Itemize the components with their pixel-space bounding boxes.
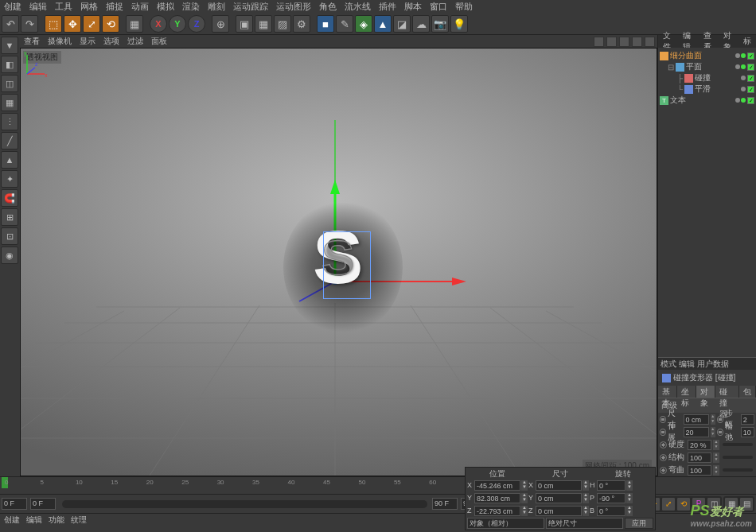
tree-item[interactable]: 文本 — [670, 95, 734, 106]
keyframe-dot[interactable] — [660, 467, 667, 474]
make-editable-button[interactable]: ▼ — [1, 37, 18, 54]
slider[interactable] — [723, 456, 753, 459]
menu-item[interactable]: 编辑 — [29, 1, 47, 13]
vp-menu-item[interactable]: 面板 — [151, 36, 167, 47]
visibility-toggle[interactable]: ✓ — [747, 75, 754, 82]
recent-tool[interactable]: ▦ — [126, 15, 143, 33]
slider[interactable] — [723, 468, 753, 472]
vp-nav-icon[interactable] — [632, 37, 642, 47]
model-mode-button[interactable]: ◧ — [1, 56, 18, 73]
menu-item[interactable]: 动画 — [131, 1, 149, 13]
track[interactable] — [62, 500, 427, 508]
tree-item[interactable]: 碰撞 — [695, 72, 739, 83]
vp-nav-icon[interactable] — [606, 37, 617, 47]
array-button[interactable]: ▲ — [374, 15, 392, 33]
polygon-mode-button[interactable]: ▲ — [1, 151, 18, 169]
menu-item[interactable]: 窗口 — [430, 1, 447, 13]
vp-nav-icon[interactable] — [619, 37, 629, 47]
cube-primitive-button[interactable]: ■ — [317, 15, 334, 33]
perspective-viewport[interactable]: 透视视图 — [20, 48, 657, 476]
texture-mode-button[interactable]: ◫ — [1, 75, 18, 92]
visibility-toggle[interactable]: ✓ — [747, 64, 754, 71]
spinner[interactable]: ▲▼ — [711, 414, 716, 425]
size-z-field[interactable]: 0 cm — [536, 506, 582, 516]
key-rot-button[interactable]: ⟲ — [676, 497, 691, 511]
menu-item[interactable]: 流水线 — [345, 1, 371, 13]
point-mode-button[interactable]: ⋮ — [1, 113, 18, 130]
render-region-button[interactable]: ▦ — [255, 15, 272, 33]
keyframe-dot[interactable] — [660, 454, 667, 461]
size-field[interactable]: 0 cm — [684, 414, 709, 425]
tree-item[interactable]: 平面 — [686, 61, 734, 72]
keyframe-dot[interactable] — [717, 429, 723, 436]
axis-y-toggle[interactable]: Y — [169, 15, 186, 33]
environment-button[interactable]: ☁ — [412, 15, 430, 33]
select-tool[interactable]: ⬚ — [45, 15, 62, 33]
pos-z-field[interactable]: -22.793 cm — [474, 506, 520, 516]
menu-item[interactable]: 渲染 — [182, 1, 200, 13]
visibility-toggle[interactable]: ✓ — [747, 52, 754, 60]
visibility-toggle[interactable]: ✓ — [747, 97, 754, 104]
object-tree[interactable]: 细分曲面✓ ⊟平面✓ ├碰撞✓ └平滑✓ T文本✓ — [658, 48, 756, 108]
vp-menu-item[interactable]: 显示 — [80, 36, 95, 47]
slider[interactable] — [723, 443, 753, 446]
bottom-tab[interactable]: 创建 — [4, 515, 20, 526]
step-field[interactable]: 2 — [741, 414, 754, 425]
menu-item[interactable]: 角色 — [319, 1, 337, 13]
bottom-tab[interactable]: 编辑 — [26, 515, 42, 526]
menu-item[interactable]: 雕刻 — [208, 1, 225, 13]
pos-y-field[interactable]: 82.308 cm — [474, 493, 520, 503]
spinner[interactable]: ▲▼ — [713, 465, 719, 476]
menu-item[interactable]: 模拟 — [157, 1, 174, 13]
keyframe-dot[interactable] — [660, 441, 667, 449]
render-pv-button[interactable]: ▨ — [274, 15, 291, 33]
attr-subtab[interactable]: 基本 — [658, 386, 677, 398]
structure-field[interactable]: 100 % — [688, 452, 711, 463]
snap-settings-button[interactable]: ⊡ — [1, 227, 18, 245]
bottom-tab[interactable]: 功能 — [49, 515, 64, 526]
bottom-tab[interactable]: 纹理 — [71, 515, 87, 526]
menu-item[interactable]: 帮助 — [455, 1, 473, 13]
size-y-field[interactable]: 0 cm — [536, 493, 582, 503]
vp-menu-item[interactable]: 查看 — [24, 36, 40, 47]
menu-item[interactable]: 捕捉 — [106, 1, 123, 13]
menu-item[interactable]: 运动跟踪 — [233, 1, 268, 13]
rot-b-field[interactable]: 0 ° — [597, 506, 625, 516]
redo-button[interactable]: ↷ — [21, 15, 38, 33]
rot-p-field[interactable]: -90 ° — [597, 493, 625, 503]
workplane-button[interactable]: ▦ — [1, 94, 18, 111]
rotate-tool[interactable]: ⟲ — [102, 15, 119, 33]
spinner[interactable]: ▲▼ — [713, 452, 719, 463]
vp-nav-icon[interactable] — [594, 37, 604, 47]
edge-mode-button[interactable]: ╱ — [1, 132, 18, 150]
attr-subtab[interactable]: 对象 — [696, 386, 715, 398]
menu-item[interactable]: 运动图形 — [276, 1, 311, 13]
keyframe-dot[interactable] — [660, 429, 666, 436]
rot-h-field[interactable]: 0 ° — [597, 480, 625, 491]
apply-button[interactable]: 应用 — [625, 518, 653, 529]
pen-tool-button[interactable]: ✎ — [336, 15, 353, 33]
deformer-button[interactable]: ◪ — [393, 15, 411, 33]
vp-nav-icon[interactable] — [645, 37, 655, 47]
hardness-field[interactable]: 20 % — [688, 440, 711, 450]
menu-item[interactable]: 脚本 — [404, 1, 422, 13]
render-view-button[interactable]: ▣ — [236, 15, 253, 33]
key-scale-button[interactable]: ⤢ — [661, 497, 676, 511]
axis-z-toggle[interactable]: Z — [188, 15, 205, 33]
axis-mode-button[interactable]: ✦ — [1, 170, 18, 188]
coord-system-button[interactable]: ⊕ — [212, 15, 229, 33]
relax-field[interactable]: 10 — [741, 427, 754, 437]
size-mode-select[interactable]: 绝对尺寸 — [546, 518, 623, 529]
render-settings-button[interactable]: ⚙ — [293, 15, 310, 33]
light-button[interactable]: 💡 — [450, 15, 468, 33]
menu-item[interactable]: 工具 — [55, 1, 72, 13]
spinner[interactable]: ▲▼ — [711, 427, 716, 437]
visibility-toggle[interactable]: ✓ — [747, 86, 754, 93]
tree-item[interactable]: 平滑 — [695, 83, 739, 95]
bend-field[interactable]: 100 % — [688, 465, 711, 476]
vp-menu-item[interactable]: 摄像机 — [48, 36, 72, 47]
undo-button[interactable]: ↶ — [2, 15, 19, 33]
start-frame-field[interactable]: 0 F — [2, 498, 27, 510]
scale-tool[interactable]: ⤢ — [83, 15, 100, 33]
menu-item[interactable]: 创建 — [4, 1, 21, 13]
